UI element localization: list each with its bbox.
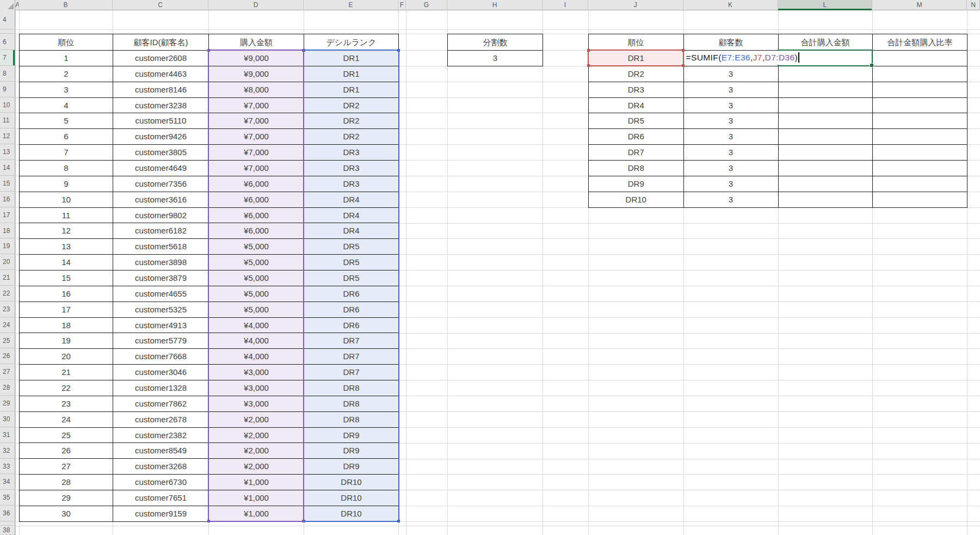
cell-K10[interactable]: 3 [684, 98, 779, 114]
cell-B17[interactable]: 11 [20, 208, 113, 224]
cell-B11[interactable]: 5 [20, 113, 113, 129]
cell-C32[interactable]: customer8549 [113, 443, 209, 459]
cell-L11[interactable] [779, 113, 873, 129]
cell-J16[interactable]: DR10 [589, 192, 684, 208]
col-header-F[interactable]: F [398, 0, 406, 10]
cell-B34[interactable]: 28 [20, 475, 113, 490]
cell-E31[interactable]: DR9 [304, 428, 399, 444]
cell-L14[interactable] [779, 161, 873, 176]
row-header-36[interactable]: 36 [0, 506, 15, 521]
row-header-35[interactable]: 35 [0, 490, 15, 506]
cell-B13[interactable]: 7 [20, 145, 113, 161]
cell-B19[interactable]: 13 [20, 239, 113, 255]
cell-B35[interactable]: 29 [20, 490, 113, 506]
cell-L15[interactable] [779, 176, 873, 192]
col-header-L[interactable]: L [778, 0, 873, 10]
cell-J11[interactable]: DR5 [589, 113, 684, 129]
cell-C25[interactable]: customer5779 [113, 333, 209, 349]
row-header-31[interactable]: 31 [0, 427, 15, 443]
cell-B18[interactable]: 12 [20, 223, 113, 239]
cell-E10[interactable]: DR2 [304, 98, 399, 114]
cell-B10[interactable]: 4 [20, 98, 113, 114]
cell-B25[interactable]: 19 [20, 333, 113, 349]
cell-D21[interactable]: ¥5,000 [209, 270, 304, 286]
cell-D28[interactable]: ¥3,000 [209, 380, 304, 396]
cell-C7[interactable]: customer2608 [113, 51, 209, 66]
cell-K12[interactable]: 3 [684, 129, 779, 145]
cell-M12[interactable] [873, 129, 967, 145]
formula-edit-box[interactable]: =SUMIF(E7:E36,J7,D7:D36) [685, 51, 807, 65]
cell-B14[interactable]: 8 [20, 161, 113, 176]
cell-D17[interactable]: ¥6,000 [209, 208, 304, 224]
cell-E18[interactable]: DR4 [304, 223, 399, 239]
cell-D19[interactable]: ¥5,000 [209, 239, 304, 255]
cell-C36[interactable]: customer9159 [113, 506, 209, 522]
cell-C28[interactable]: customer1328 [113, 380, 209, 396]
cell-J8[interactable]: DR2 [589, 66, 684, 82]
cell-D13[interactable]: ¥7,000 [209, 145, 304, 161]
cell-D7[interactable]: ¥9,000 [209, 51, 304, 66]
cell-D25[interactable]: ¥4,000 [209, 333, 304, 349]
cell-E25[interactable]: DR7 [304, 333, 399, 349]
col-header-H[interactable]: H [447, 0, 543, 10]
cell-D35[interactable]: ¥1,000 [209, 490, 304, 506]
cell-E8[interactable]: DR1 [304, 66, 399, 82]
cell-M8[interactable] [873, 66, 967, 82]
cell-K9[interactable]: 3 [684, 82, 779, 98]
cell-J12[interactable]: DR6 [589, 129, 684, 145]
cell-C12[interactable]: customer9426 [113, 129, 209, 145]
row-header-9[interactable]: 9 [0, 82, 15, 97]
cell-B26[interactable]: 20 [20, 349, 113, 365]
cell-D8[interactable]: ¥9,000 [209, 66, 304, 82]
row-header-32[interactable]: 32 [0, 443, 15, 459]
cell-J7[interactable]: DR1 [589, 51, 684, 66]
row-header-25[interactable]: 25 [0, 333, 15, 349]
col-header-D[interactable]: D [208, 0, 304, 10]
cell-B7[interactable]: 1 [20, 51, 113, 66]
cell-D30[interactable]: ¥2,000 [209, 412, 304, 428]
row-header-26[interactable]: 26 [0, 348, 15, 364]
cell-C8[interactable]: customer4463 [113, 66, 209, 82]
col-header-B[interactable]: B [19, 0, 113, 10]
cell-C18[interactable]: customer6182 [113, 223, 209, 239]
row-header-22[interactable]: 22 [0, 286, 15, 302]
cell-E33[interactable]: DR9 [304, 459, 399, 475]
row-header-7[interactable]: 7 [0, 50, 15, 66]
cell-C16[interactable]: customer3616 [113, 192, 209, 208]
fill-handle[interactable] [870, 63, 874, 67]
row-header-10[interactable]: 10 [0, 97, 15, 113]
row-header-28[interactable]: 28 [0, 380, 15, 396]
row-header-38[interactable]: 38 [0, 526, 15, 535]
cell-K8[interactable]: 3 [684, 66, 779, 82]
cell-J14[interactable]: DR8 [589, 161, 684, 176]
row-header-23[interactable]: 23 [0, 302, 15, 317]
col-header-K[interactable]: K [683, 0, 778, 10]
row-header-20[interactable]: 20 [0, 254, 15, 270]
select-all-corner[interactable] [0, 0, 15, 10]
cell-E26[interactable]: DR7 [304, 349, 399, 365]
cell-E36[interactable]: DR10 [304, 506, 399, 522]
cell-E23[interactable]: DR6 [304, 302, 399, 318]
row-header-19[interactable]: 19 [0, 238, 15, 254]
row-header-29[interactable]: 29 [0, 396, 15, 411]
col-header-E[interactable]: E [304, 0, 398, 10]
cell-C29[interactable]: customer7862 [113, 396, 209, 412]
cell-E17[interactable]: DR4 [304, 208, 399, 224]
cell-B36[interactable]: 30 [20, 506, 113, 522]
cell-C15[interactable]: customer7356 [113, 176, 209, 192]
cell-L13[interactable] [779, 145, 873, 161]
cell-D20[interactable]: ¥5,000 [209, 255, 304, 270]
cell-E34[interactable]: DR10 [304, 475, 399, 490]
row-header-14[interactable]: 14 [0, 160, 15, 176]
cell-D22[interactable]: ¥5,000 [209, 286, 304, 302]
cell-E20[interactable]: DR5 [304, 255, 399, 270]
cell-B21[interactable]: 15 [20, 270, 113, 286]
cell-M9[interactable] [873, 82, 967, 98]
cell-E29[interactable]: DR8 [304, 396, 399, 412]
cell-J15[interactable]: DR9 [589, 176, 684, 192]
row-header-16[interactable]: 16 [0, 192, 15, 207]
row-header-33[interactable]: 33 [0, 459, 15, 475]
cell-C27[interactable]: customer3046 [113, 365, 209, 380]
row-header-15[interactable]: 15 [0, 176, 15, 192]
row-header-hidden[interactable] [0, 29, 15, 34]
